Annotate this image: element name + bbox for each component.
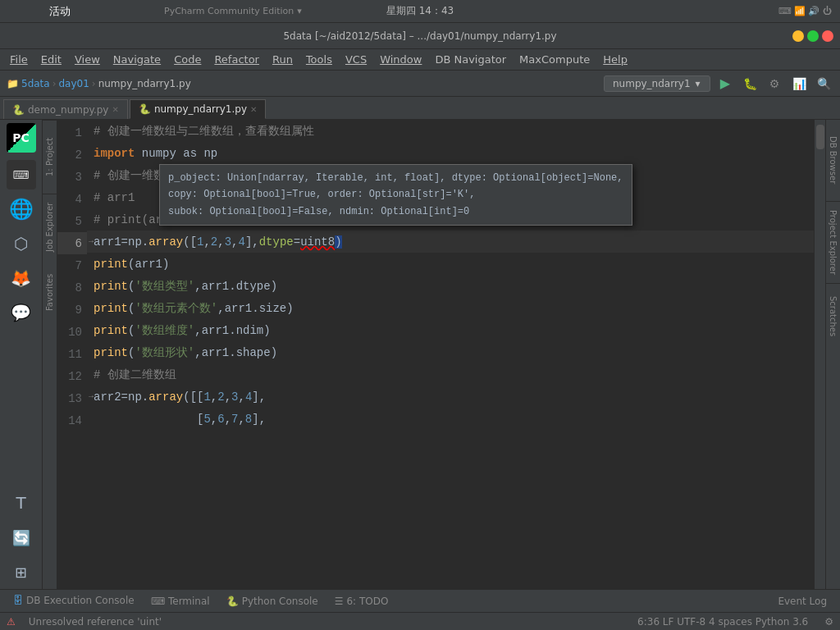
line-num-7: 7 xyxy=(57,254,87,276)
tabbar: 🐍 demo_numpy.py ✕ 🐍 numpy_ndarry1.py ✕ xyxy=(0,97,840,120)
update-icon[interactable]: 🔄 xyxy=(7,523,36,552)
activity-text: 活动 xyxy=(49,4,71,19)
menu-db-navigator[interactable]: DB Navigator xyxy=(428,52,513,67)
close-button[interactable] xyxy=(822,30,833,42)
panel-favorites[interactable]: Favorites xyxy=(43,259,57,325)
menu-maxcompute[interactable]: MaxCompute xyxy=(513,52,596,67)
pycharm-logo: PC xyxy=(7,123,36,153)
run-config-dropdown[interactable]: numpy_ndarry1 ▾ xyxy=(604,75,710,92)
code-print-11-args: ,arr1.shape) xyxy=(194,346,277,359)
tab-todo[interactable]: ☰ 6: TODO xyxy=(328,594,395,609)
code-dtype-kw: dtype xyxy=(259,235,294,249)
tab-active-close[interactable]: ✕ xyxy=(250,105,257,114)
menu-edit[interactable]: Edit xyxy=(34,52,68,67)
comment-line1: # 创建一维数组与二维数组，查看数组属性 xyxy=(94,124,314,139)
code-line-2: import numpy as np xyxy=(87,142,814,164)
chat-symbol: 💬 xyxy=(11,303,31,322)
code-print-8-args: ,arr1.dtype) xyxy=(194,280,277,293)
menu-refactor[interactable]: Refactor xyxy=(208,52,266,67)
typora-icon[interactable]: T xyxy=(7,488,36,518)
window-controls[interactable] xyxy=(792,30,833,42)
firefox-icon[interactable]: 🦊 xyxy=(7,263,36,293)
chat-icon[interactable]: 💬 xyxy=(7,298,36,327)
gutter-arrow-6: → xyxy=(89,237,94,246)
code-print-9-p1: ( xyxy=(128,302,135,315)
tooltip-line2: copy: Optional[bool]=True, order: Option… xyxy=(168,186,623,203)
breadcrumb-folder-icon[interactable]: 📁 xyxy=(7,78,19,89)
tab-python-console[interactable]: 🐍 Python Console xyxy=(220,594,325,609)
line-num-11: 11 xyxy=(57,343,87,365)
menu-run[interactable]: Run xyxy=(266,52,299,67)
run-button[interactable]: ▶ xyxy=(715,74,735,94)
code-str-size: '数组元素个数' xyxy=(135,301,217,316)
comment-line4: # arr1 xyxy=(94,191,135,204)
line-num-5: 5 xyxy=(57,210,87,232)
code-print-8: print xyxy=(94,280,128,293)
minimize-button[interactable] xyxy=(792,30,804,42)
tab-demo-numpy[interactable]: 🐍 demo_numpy.py ✕ xyxy=(3,99,128,119)
tab-numpy-ndarry[interactable]: 🐍 numpy_ndarry1.py ✕ xyxy=(130,99,267,119)
code-np: np xyxy=(197,147,217,160)
code-uint8: uint8 xyxy=(300,235,335,249)
menu-navigate[interactable]: Navigate xyxy=(107,52,167,67)
line-num-1: 1 xyxy=(57,121,87,144)
code-str-shape: '数组形状' xyxy=(135,345,194,360)
code-print-9-args: ,arr1.size) xyxy=(217,302,293,315)
code-1: 1 xyxy=(197,235,203,249)
panel-project[interactable]: 1: Project xyxy=(43,120,57,194)
apps-icon[interactable]: ⊞ xyxy=(7,557,36,587)
tab-event-log[interactable]: Event Log xyxy=(771,594,833,609)
panel-job-explorer[interactable]: Job Explorer xyxy=(43,194,57,259)
line-num-9: 9 xyxy=(57,299,87,321)
run-config-arrow: ▾ xyxy=(696,78,701,89)
panel-project-explorer[interactable]: Project Explorer xyxy=(826,202,840,284)
menu-tools[interactable]: Tools xyxy=(299,52,339,67)
code-cursor: ) xyxy=(335,235,341,249)
vscode-icon[interactable]: ⬡ xyxy=(7,229,36,258)
code-editor[interactable]: # 创建一维数组与二维数组，查看数组属性 import numpy as np … xyxy=(87,120,814,589)
system-topbar: 活动 PyCharm Community Edition ▾ 星期四 14：43… xyxy=(0,0,840,23)
code-print-11: print xyxy=(94,346,128,359)
typora-symbol: T xyxy=(16,493,25,513)
breadcrumb-file[interactable]: numpy_ndarry1.py xyxy=(98,78,191,89)
tab-active-label: numpy_ndarry1.py xyxy=(154,103,247,115)
search-everywhere-button[interactable]: 🔍 xyxy=(814,74,833,94)
breadcrumb-sep2: › xyxy=(92,78,96,89)
code-str-type: '数组类型' xyxy=(135,279,194,294)
status-settings-icon[interactable]: ⚙ xyxy=(824,616,833,628)
coverage-button[interactable]: ⚙ xyxy=(765,74,784,94)
code-3: 3 xyxy=(225,235,231,249)
code-print-11-p1: ( xyxy=(128,346,135,359)
tab-terminal[interactable]: ⌨ Terminal xyxy=(144,594,217,609)
tab-demo-close[interactable]: ✕ xyxy=(112,105,118,114)
tab-db-console[interactable]: 🗄 DB Execution Console xyxy=(7,593,141,609)
debug-button[interactable]: 🐛 xyxy=(740,74,760,94)
db-console-icon: 🗄 xyxy=(13,595,23,606)
python-console-icon: 🐍 xyxy=(226,596,239,607)
status-message: Unresolved reference 'uint' xyxy=(29,616,162,628)
code-arr2-end2: ], xyxy=(252,413,266,426)
panel-db-browser[interactable]: DB Browser xyxy=(826,120,840,202)
vertical-scrollbar[interactable] xyxy=(814,120,825,589)
menu-code[interactable]: Code xyxy=(167,52,208,67)
line-num-2: 2 xyxy=(57,144,87,166)
panel-scratches[interactable]: Scratches xyxy=(826,284,840,349)
kw-import: import xyxy=(94,147,135,160)
status-position: 6:36 LF UTF-8 4 spaces Python 3.6 xyxy=(637,616,808,628)
breadcrumb-5data[interactable]: 5data xyxy=(21,78,50,89)
chrome-icon[interactable]: 🌐 xyxy=(7,194,36,224)
line-num-13: 13 xyxy=(57,387,87,409)
maximize-button[interactable] xyxy=(807,30,819,42)
code-line-6[interactable]: → arr1=np.array([1,2,3,4],dtype=uint8) xyxy=(87,231,814,253)
terminal-icon[interactable]: ⌨ xyxy=(7,160,36,189)
menu-view[interactable]: View xyxy=(68,52,107,67)
menu-vcs[interactable]: VCS xyxy=(339,52,373,67)
breadcrumb-day01[interactable]: day01 xyxy=(58,78,89,89)
scrollbar-thumb[interactable] xyxy=(816,125,824,149)
code-arr2-brackets: ([[ xyxy=(183,390,203,404)
menu-help[interactable]: Help xyxy=(596,52,634,67)
menu-file[interactable]: File xyxy=(3,52,34,67)
profiler-button[interactable]: 📊 xyxy=(789,74,809,94)
code-print-10-args: ,arr1.ndim) xyxy=(194,324,270,337)
menu-window[interactable]: Window xyxy=(373,52,428,67)
